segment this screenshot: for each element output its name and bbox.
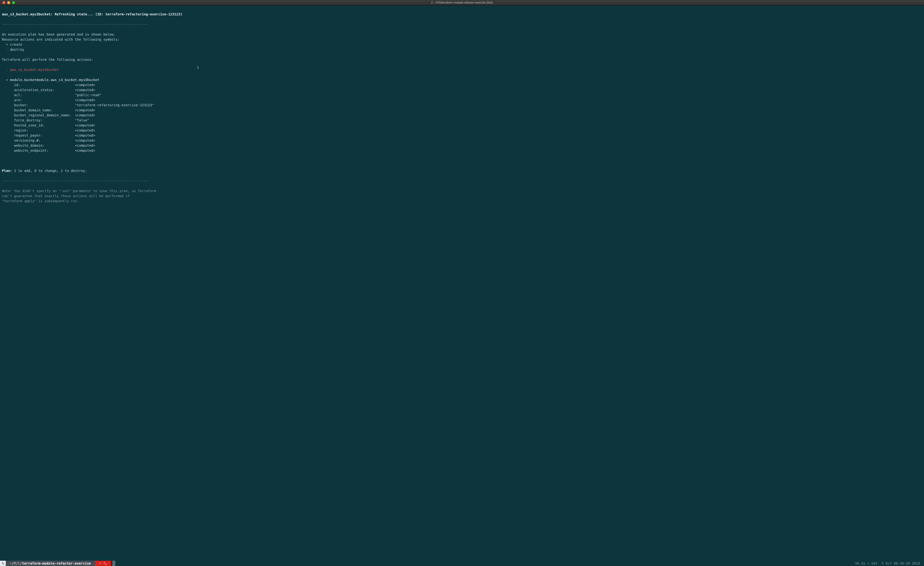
prompt-percent: %: [0, 561, 6, 566]
attribute-key: website_endpoint:: [14, 148, 75, 153]
terminal-window: 2. ~/P/l/terraform-module-refactor-exerc…: [0, 0, 924, 566]
exec-plan-intro-2: Resource actions are indicated with the …: [2, 37, 120, 41]
legend-destroy: - destroy: [2, 48, 24, 51]
legend-create-label: create: [8, 43, 22, 46]
attribute-value: <computed>: [75, 128, 95, 133]
attribute-value: "public-read": [75, 93, 101, 97]
attribute-key: bucket_domain_name:: [14, 108, 75, 113]
resource-attributes: id:<computed> acceleration_status:<compu…: [2, 82, 922, 153]
path-dirname: terraform-module-refactor-exercise: [22, 561, 93, 566]
terminal-output[interactable]: aws_s3_bucket.mys3bucket: Refreshing sta…: [0, 5, 924, 561]
refresh-state-line: aws_s3_bucket.mys3bucket: Refreshing sta…: [2, 12, 182, 16]
destroy-resource-line: - aws_s3_bucket.mys3bucket: [2, 68, 59, 72]
note-line-2: can't guarantee that exactly these actio…: [2, 194, 130, 198]
legend-create: + create: [2, 43, 22, 46]
legend-destroy-label: destroy: [8, 48, 24, 51]
attribute-key: versioning.#:: [14, 138, 75, 143]
create-resource-name: module.bucketmodule.aws_s3_bucket.mys3bu…: [10, 78, 99, 82]
traffic-lights: [0, 1, 15, 4]
path-prefix: ~/P/l/: [8, 561, 22, 566]
minimize-icon[interactable]: [7, 1, 10, 4]
attribute-value: <computed>: [75, 87, 95, 93]
attribute-key: acceleration_status:: [14, 87, 75, 93]
divider: ----------------------------------------…: [2, 179, 148, 183]
window-title: 2. ~/P/l/terraform-module-refactor-exerc…: [0, 0, 924, 5]
attribute-value: "terraform-refactoring-exercise-123123": [75, 103, 154, 108]
attribute-row: website_endpoint:<computed>: [2, 148, 922, 153]
attribute-row: acceleration_status:<computed>: [2, 87, 922, 93]
attribute-key: region:: [14, 128, 75, 133]
attribute-value: <computed>: [75, 108, 95, 113]
attribute-row: bucket_domain_name:<computed>: [2, 108, 922, 113]
attribute-key: hosted_zone_id:: [14, 123, 75, 128]
titlebar[interactable]: 2. ~/P/l/terraform-module-refactor-exerc…: [0, 0, 924, 5]
attribute-row: website_domain:<computed>: [2, 143, 922, 148]
exec-plan-intro-1: An execution plan has been generated and…: [2, 33, 116, 36]
destroy-resource-name: aws_s3_bucket.mys3bucket: [10, 68, 59, 72]
plan-label: Plan:: [2, 169, 12, 173]
minus-icon: -: [2, 48, 8, 51]
attribute-row: id:<computed>: [2, 82, 922, 87]
attribute-row: hosted_zone_id:<computed>: [2, 123, 922, 128]
attribute-value: "false": [75, 118, 89, 123]
note-line-3: "terraform apply" is subsequently run.: [2, 199, 79, 203]
attribute-key: bucket_regional_domain_name:: [14, 113, 75, 118]
attribute-key: request_payer:: [14, 133, 75, 138]
plus-icon: +: [2, 78, 10, 82]
attribute-row: bucket:"terraform-refactoring-exercise-1…: [2, 103, 922, 108]
attribute-key: force_destroy:: [14, 118, 75, 123]
attribute-key: id:: [14, 82, 75, 87]
divider: ----------------------------------------…: [2, 22, 148, 26]
actions-heading: Terraform will perform the following act…: [2, 58, 93, 61]
attribute-value: <computed>: [75, 138, 95, 143]
attribute-key: arn:: [14, 97, 75, 103]
attribute-value: <computed>: [75, 143, 95, 148]
attribute-value: <computed>: [75, 123, 95, 128]
attribute-row: arn:<computed>: [2, 97, 922, 103]
attribute-value: <computed>: [75, 113, 95, 118]
attribute-row: region:<computed>: [2, 128, 922, 133]
attribute-value: <computed>: [75, 133, 95, 138]
status-right: 56.2s < Sat 5 Oct 08:39:20 2019: [853, 561, 924, 566]
note-line-1: Note: You didn't specify an "-out" param…: [2, 189, 156, 193]
text-cursor-icon: I: [197, 65, 198, 70]
attribute-value: <computed>: [75, 148, 95, 153]
attribute-key: website_domain:: [14, 143, 75, 148]
status-bar: % ~/P/l/terraform-module-refactor-exerci…: [0, 561, 924, 566]
create-resource-line: + module.bucketmodule.aws_s3_bucket.mys3…: [2, 78, 99, 82]
prompt-cursor-block[interactable]: [112, 561, 115, 566]
attribute-value: <computed>: [75, 97, 95, 103]
minus-icon: -: [2, 68, 10, 72]
prompt-path: ~/P/l/terraform-module-refactor-exercise: [6, 561, 95, 566]
attribute-row: acl:"public-read": [2, 93, 922, 97]
attribute-row: versioning.#:<computed>: [2, 138, 922, 143]
attribute-row: force_destroy:"false": [2, 118, 922, 123]
close-icon[interactable]: [2, 1, 5, 4]
git-status-segment: ⑂ *…: [95, 561, 111, 566]
attribute-value: <computed>: [75, 82, 95, 87]
attribute-row: bucket_regional_domain_name:<computed>: [2, 113, 922, 118]
attribute-key: acl:: [14, 93, 75, 97]
plus-icon: +: [2, 43, 8, 46]
plan-summary: Plan: 1 to add, 0 to change, 1 to destro…: [2, 169, 87, 173]
attribute-row: request_payer:<computed>: [2, 133, 922, 138]
zoom-icon[interactable]: [12, 1, 15, 4]
plan-rest: 1 to add, 0 to change, 1 to destroy.: [12, 169, 87, 173]
attribute-key: bucket:: [14, 103, 75, 108]
